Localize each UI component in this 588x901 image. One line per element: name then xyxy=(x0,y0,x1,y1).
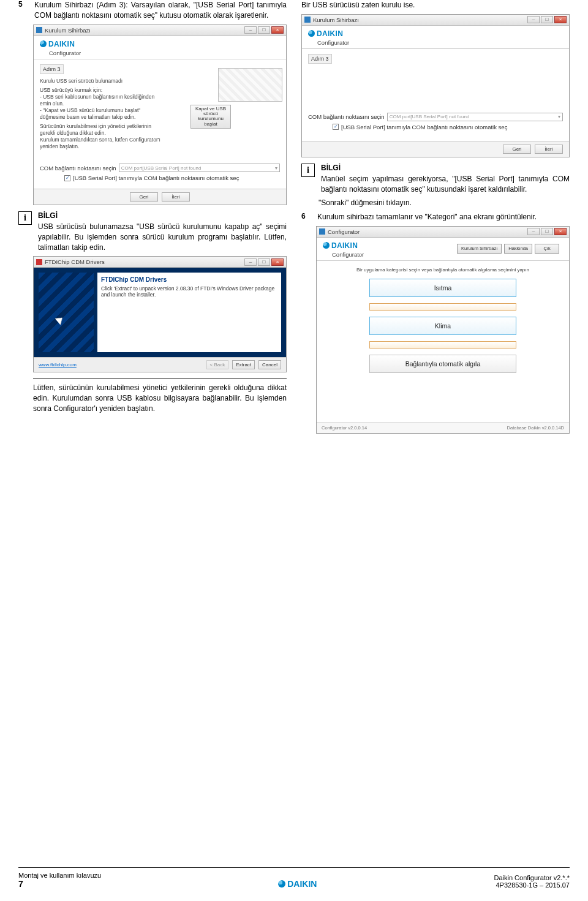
wizard-b-next-button[interactable]: İleri xyxy=(535,145,563,154)
wizard-b-back-button[interactable]: Geri xyxy=(503,145,531,154)
category-window: Configurator – □ × DAIKIN Configurator K… xyxy=(316,226,570,434)
wizard-a-checkbox[interactable]: ✓ xyxy=(64,175,70,181)
info-icon: i xyxy=(301,164,315,177)
page-footer: Montaj ve kullanım kılavuzu 7 DAIKIN Dai… xyxy=(18,867,570,889)
step-5-num: 5 xyxy=(18,0,27,21)
wizard-b-combo-text: COM port[USB Serial Port] not found xyxy=(390,114,470,119)
btn-exit[interactable]: Çık xyxy=(535,244,559,254)
ftdi-titlebar: FTDIChip CDM Drivers – □ × xyxy=(34,257,286,268)
cursor-icon xyxy=(55,315,66,325)
minimize-icon[interactable]: – xyxy=(527,228,540,235)
wizard-a-body: Adım 3 Kurulu USB seri sürücü bulunamadı… xyxy=(34,59,286,189)
category-klima[interactable]: Klima xyxy=(369,317,516,335)
daikin-logo: DAIKIN xyxy=(40,40,280,48)
footer-right-bottom: 4P328530-1G – 2015.07 xyxy=(494,881,570,889)
ftdi-extract-button[interactable]: Extract xyxy=(232,360,255,369)
wizard-a-combo-text: COM port[USB Serial Port] not found xyxy=(121,165,202,171)
wizard-a-combo-row: COM bağlantı noktasını seçin COM port[US… xyxy=(40,164,280,172)
ftdi-link[interactable]: www.ftdichip.com xyxy=(39,362,77,368)
wizard-a-window: Kurulum Sihirbazı – □ × DAIKIN Configura… xyxy=(33,25,287,205)
ftdi-back-button: < Back xyxy=(206,360,229,369)
daikin-logo: DAIKIN xyxy=(323,241,364,250)
close-icon[interactable]: × xyxy=(554,228,567,235)
category-app-icon xyxy=(319,228,325,235)
left-para-admin: Lütfen, sürücünün kurulabilmesi yönetici… xyxy=(33,383,287,413)
ftdi-body-text: Click 'Extract' to unpack version 2.08.3… xyxy=(101,285,277,298)
wizard-b-body: Adım 3 COM bağlantı noktasını seçin COM … xyxy=(302,49,569,141)
minimize-icon[interactable]: – xyxy=(527,16,540,23)
info-1-title: BİLGİ xyxy=(38,211,287,220)
wizard-a-lines: Kurulu USB seri sürücü bulunamadı USB sü… xyxy=(40,78,162,150)
close-icon[interactable]: × xyxy=(271,258,284,266)
minimize-icon[interactable]: – xyxy=(244,258,257,266)
wizard-a-line5: Sürücünün kurulabilmesi için yönetici ye… xyxy=(40,123,162,137)
wizard-b-footer: Geri İleri xyxy=(302,141,569,157)
wizard-b-combo[interactable]: COM port[USB Serial Port] not found ▾ xyxy=(387,113,563,121)
wizard-b-titlebar: Kurulum Sihirbazı – □ × xyxy=(302,15,569,26)
maximize-icon[interactable]: □ xyxy=(258,258,270,266)
ftdi-title: FTDIChip CDM Drivers xyxy=(45,258,244,265)
info-1: i BİLGİ USB sürücüsü bulunamazsa "USB sü… xyxy=(18,211,287,252)
flower-icon xyxy=(40,40,47,47)
minimize-icon[interactable]: – xyxy=(244,26,257,34)
wizard-a-line3: - USB seri kablosunun bağlantısının kesi… xyxy=(40,94,162,107)
wizard-a-line1: Kurulu USB seri sürücü bulunamadı xyxy=(40,78,162,85)
category-ghost-1 xyxy=(369,303,516,311)
category-isitma[interactable]: Isıtma xyxy=(369,279,516,297)
category-body: Bir uygulama kategorisi seçin veya bağla… xyxy=(317,261,569,422)
wizard-a-header: DAIKIN Configurator xyxy=(34,36,286,59)
wizard-b-window: Kurulum Sihirbazı – □ × DAIKIN Configura… xyxy=(301,14,570,157)
ftdi-heading: FTDIChip CDM Drivers xyxy=(101,276,277,283)
chevron-down-icon: ▾ xyxy=(275,165,277,171)
wizard-a-combo[interactable]: COM port[USB Serial Port] not found ▾ xyxy=(119,164,280,172)
brand-text: DAIKIN xyxy=(317,29,343,38)
category-auto-detect[interactable]: Bağlantıyla otomatik algıla xyxy=(369,355,516,373)
keyboard-illustration xyxy=(218,68,282,102)
wizard-a-line6: Kurulum tamamlandıktan sonra, lütfen Con… xyxy=(40,137,162,150)
step-6-text: Kurulum sihirbazı tamamlanır ve "Kategor… xyxy=(317,212,570,222)
maximize-icon[interactable]: □ xyxy=(541,16,553,23)
wizard-a-back-button[interactable]: Geri xyxy=(130,192,158,202)
info-1-text: USB sürücüsü bulunamazsa "USB sürücü kur… xyxy=(38,222,287,252)
flower-icon xyxy=(308,30,315,37)
version-configurator: Configurator v2.0.0.14 xyxy=(322,425,367,431)
btn-about[interactable]: Hakkında xyxy=(504,244,532,254)
page-number: 7 xyxy=(18,879,101,889)
close-and-install-button[interactable]: Kapat ve USB sürücü kurulumunu başlat xyxy=(190,105,231,129)
info-2-text: Manüel seçim yapılması gerekiyorsa, "[US… xyxy=(321,174,570,195)
maximize-icon[interactable]: □ xyxy=(541,228,553,235)
close-icon[interactable]: × xyxy=(271,26,284,34)
footer-left-top: Montaj ve kullanım kılavuzu xyxy=(18,872,101,879)
wizard-a-combo-label: COM bağlantı noktasını seçin xyxy=(40,165,116,172)
category-title: Configurator xyxy=(328,228,527,235)
category-header: DAIKIN Configurator Kurulum Sihirbazı Ha… xyxy=(317,238,569,261)
wizard-b-checkbox[interactable]: ✓ xyxy=(333,124,339,130)
step-6: 6 Kurulum sihirbazı tamamlanır ve "Kateg… xyxy=(301,212,570,222)
info-2-title: BİLGİ xyxy=(321,164,570,172)
brand-text: DAIKIN xyxy=(48,40,75,48)
para-next-click: "Sonraki" düğmesini tıklayın. xyxy=(318,198,570,208)
wizard-b-combo-row: COM bağlantı noktasını seçin COM port[US… xyxy=(308,113,563,121)
flower-icon xyxy=(323,242,330,249)
separator-line xyxy=(33,379,287,379)
footer-daikin-logo: DAIKIN xyxy=(278,879,317,889)
wizard-b-header: DAIKIN Configurator xyxy=(302,26,569,49)
info-2: i BİLGİ Manüel seçim yapılması gerekiyor… xyxy=(301,164,570,195)
ftdi-footer: www.ftdichip.com < Back Extract Cancel xyxy=(34,357,286,372)
wizard-a-line2: USB sürücüyü kurmak için: xyxy=(40,87,162,94)
maximize-icon[interactable]: □ xyxy=(258,26,270,34)
close-icon[interactable]: × xyxy=(554,16,567,23)
wizard-b-check-label: [USB Serial Port] tanımıyla COM bağlantı… xyxy=(341,124,507,130)
ftdi-cancel-button[interactable]: Cancel xyxy=(258,360,281,369)
wizard-a-step-badge: Adım 3 xyxy=(40,64,64,74)
ftdi-app-icon xyxy=(36,259,42,265)
category-toolbar: Kurulum Sihirbazı Hakkında Çık xyxy=(457,241,563,254)
btn-wizard[interactable]: Kurulum Sihirbazı xyxy=(457,244,502,254)
step-6-num: 6 xyxy=(301,212,310,222)
category-note: Bir uygulama kategorisi seçin veya bağla… xyxy=(317,267,569,273)
chevron-down-icon: ▾ xyxy=(558,114,560,119)
right-topline: Bir USB sürücüsü zaten kurulu ise. xyxy=(301,0,570,10)
wizard-a-next-button[interactable]: İleri xyxy=(162,192,190,202)
ftdi-dialog: FTDIChip CDM Drivers – □ × FTDIChip CDM … xyxy=(33,256,287,372)
flower-icon xyxy=(278,880,285,888)
